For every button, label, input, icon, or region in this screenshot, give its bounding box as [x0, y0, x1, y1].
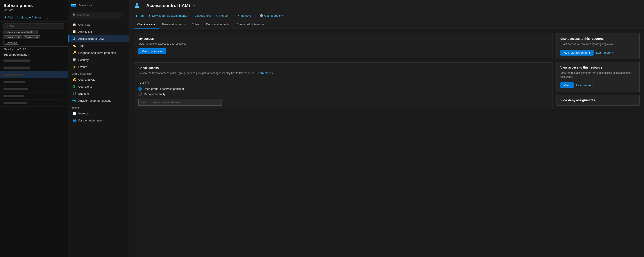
sub-name [4, 67, 30, 69]
row-more-button[interactable]: ··· [59, 66, 64, 70]
middle-search-bar: 🔍 « [68, 10, 129, 20]
sidebar-item-invoices[interactable]: 📄 Invoices [68, 110, 129, 117]
status-filter-chip[interactable]: Status == all [23, 35, 40, 39]
refresh-icon: ↻ [216, 14, 218, 17]
view-external-link-icon: ↗ [591, 84, 593, 87]
header-more-button[interactable]: ··· [193, 3, 196, 8]
subscription-list: ··· ··· ··· ··· ··· ··· ··· [0, 57, 68, 257]
view-deny-card: View deny assignments [556, 95, 640, 106]
toolbar-download-button[interactable]: ⬇ Download role assignments [147, 13, 189, 18]
view-access-learn-more-link[interactable]: Learn more ↗ [576, 84, 593, 87]
tab-bar: Check access Role assignments Roles Deny… [130, 21, 644, 29]
sort-arrows-icon[interactable]: ↑↓ [28, 54, 30, 56]
table-row[interactable]: ··· [0, 93, 68, 100]
left-search-input[interactable] [4, 24, 64, 29]
nav-list: 🏠 Overview 📋 Activity log Access control… [68, 20, 129, 257]
view-access-button[interactable]: View [560, 82, 574, 88]
sub-name [4, 88, 28, 90]
filter-section: Subscriptions == global filter My role =… [0, 22, 68, 47]
check-access-search-input[interactable] [138, 99, 222, 106]
search-icon: 🔍 [72, 14, 76, 17]
sidebar-item-activity-log[interactable]: 📋 Activity log [68, 28, 129, 35]
sidebar-item-advisor[interactable]: Advisor recommendations [68, 97, 129, 104]
column-header: Subscription name ↑↓ [0, 52, 68, 57]
tab-roles[interactable]: Roles [188, 21, 202, 29]
sub-name [4, 81, 26, 83]
main-header: Access control (IAM) ··· [130, 0, 644, 11]
toolbar-add-button[interactable]: + Add [134, 13, 146, 19]
sidebar-item-diagnose[interactable]: 🔑 Diagnose and solve problems [68, 49, 129, 56]
find-info-icon[interactable]: i [145, 82, 149, 85]
role-filter-chip[interactable]: My role == all [4, 35, 22, 39]
table-row[interactable]: ··· [0, 64, 68, 71]
sidebar-item-budgets[interactable]: 💱 Budgets [68, 90, 129, 97]
tab-role-assignments[interactable]: Role assignments [158, 21, 188, 29]
check-access-card-body: Check access Review the level of access … [134, 63, 552, 82]
sidebar-item-security[interactable]: 🛡️ Security [68, 56, 129, 63]
table-row[interactable]: ··· [0, 57, 68, 64]
svg-point-5 [73, 100, 75, 102]
left-content-section: My access View my level of access to thi… [134, 33, 553, 252]
sidebar-item-cost-analysis[interactable]: 💰 Cost analysis [68, 76, 129, 83]
tab-deny-assignments[interactable]: Deny assignments [203, 21, 233, 29]
add-filter-button[interactable]: + Add filter [4, 41, 19, 45]
filter-chips: Subscriptions == global filter [4, 30, 64, 34]
add-button[interactable]: + Add [4, 15, 14, 20]
middle-top-bar: Subscription [68, 0, 129, 10]
sub-name [4, 102, 26, 104]
my-access-title: My access [138, 37, 548, 41]
table-row[interactable]: ··· [0, 78, 68, 85]
nav-search-input[interactable] [71, 12, 120, 18]
sidebar-item-access-control[interactable]: Access control (IAM) [68, 35, 129, 42]
cost-analysis-icon: 💰 [72, 78, 76, 82]
grant-access-title: Grant access to this resource [560, 37, 636, 41]
budgets-icon: 💱 [72, 92, 76, 96]
check-access-learn-more-link[interactable]: Learn more ↗ [256, 71, 274, 75]
access-control-icon [72, 37, 76, 41]
sub-name [4, 95, 24, 97]
global-filter-chip[interactable]: Subscriptions == global filter [4, 30, 38, 34]
find-section: Find i User, group, or service principal… [134, 82, 552, 109]
remove-icon: ✕ [237, 14, 240, 17]
view-my-access-button[interactable]: View my access [138, 48, 166, 54]
row-more-button[interactable]: ··· [59, 73, 64, 77]
manage-policies-button[interactable]: 🗂 Manage Policies [16, 15, 42, 20]
sub-name [4, 60, 30, 62]
radio-managed-identity[interactable]: Managed identity [138, 93, 548, 96]
right-content-section: Grant access to this resource Grant acce… [556, 33, 640, 252]
more-options-button[interactable]: ... [44, 15, 49, 20]
sidebar-item-cost-alerts[interactable]: 💲 Cost alerts [68, 83, 129, 90]
sidebar-item-overview[interactable]: 🏠 Overview [68, 21, 129, 28]
row-more-button[interactable]: ··· [59, 59, 64, 63]
toolbar-edit-columns-button[interactable]: ≡ Edit columns [190, 13, 213, 18]
collapse-panel-button[interactable]: « [122, 13, 124, 17]
table-row[interactable]: ··· [0, 100, 68, 107]
azure-subscription-icon [71, 2, 77, 8]
page-title: Access control (IAM) [146, 3, 190, 8]
sidebar-item-tags[interactable]: 🏷️ Tags [68, 42, 129, 49]
external-link-icon: ↗ [272, 71, 274, 75]
table-row[interactable]: ··· [0, 71, 68, 78]
left-panel: Subscriptions Microsoft + Add 🗂 Manage P… [0, 0, 68, 257]
sidebar-item-events[interactable]: ⚡ Events [68, 63, 129, 70]
toolbar-remove-button[interactable]: ✕ Remove [236, 13, 253, 18]
tab-check-access[interactable]: Check access [134, 21, 158, 29]
row-more-button[interactable]: ··· [59, 101, 64, 105]
row-more-button[interactable]: ··· [59, 94, 64, 98]
radio-group: User, group, or service principal Manage… [138, 87, 548, 96]
main-body: My access View my level of access to thi… [130, 29, 644, 257]
sidebar-item-partner[interactable]: 👥 Partner information [68, 117, 129, 124]
showing-text: Showing 1 to 7 of 7 [0, 47, 68, 52]
row-more-button[interactable]: ··· [59, 80, 64, 84]
radio-user-group[interactable]: User, group, or service principal [138, 87, 548, 91]
view-access-title: View access to this resource [560, 66, 636, 69]
row-more-button[interactable]: ··· [59, 87, 64, 91]
view-access-footer: View Learn more ↗ [560, 82, 636, 88]
tab-classic-admins[interactable]: Classic administrators [233, 21, 268, 29]
toolbar-feedback-button[interactable]: 💬 Got feedback? [258, 13, 285, 18]
view-deny-title: View deny assignments [560, 98, 636, 102]
toolbar-refresh-button[interactable]: ↻ Refresh [214, 13, 231, 18]
grant-access-learn-more-link[interactable]: Learn more ↗ [596, 51, 613, 54]
table-row[interactable]: ··· [0, 85, 68, 93]
add-role-assignment-button[interactable]: Add role assignment [560, 50, 594, 56]
